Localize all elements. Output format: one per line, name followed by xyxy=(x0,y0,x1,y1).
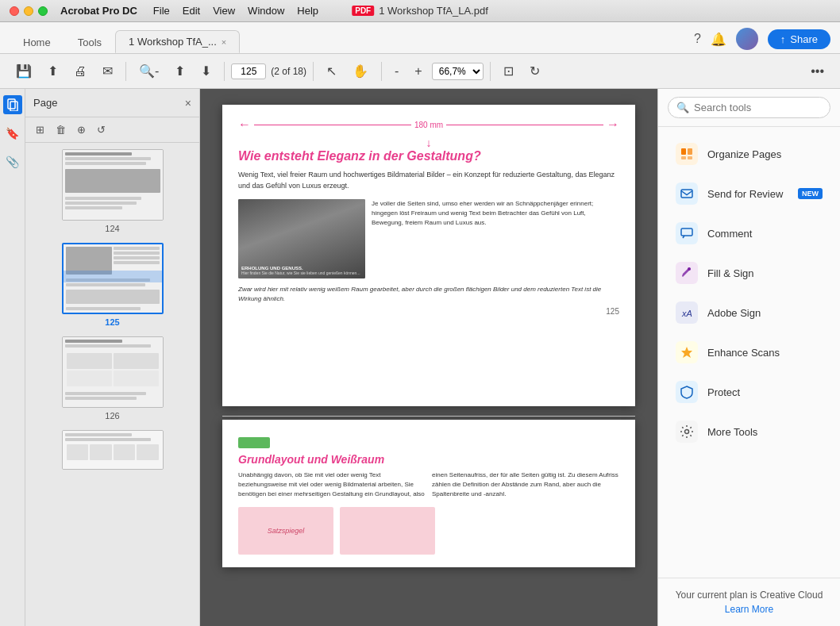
select-tool-button[interactable]: ↖ xyxy=(320,59,343,83)
toolbar-sep-3 xyxy=(313,62,314,81)
page-of-label: (2 of 18) xyxy=(271,66,306,77)
tool-more-tools[interactable]: More Tools xyxy=(665,413,834,451)
tab-home[interactable]: Home xyxy=(10,31,64,53)
attachments-panel-button[interactable]: 📎 xyxy=(3,152,22,171)
search-icon: 🔍 xyxy=(676,102,689,113)
traffic-lights[interactable] xyxy=(10,6,48,16)
doc-section2-title: Grundlayout und Weißraum xyxy=(238,453,619,466)
enhance-scans-icon xyxy=(676,341,698,363)
doc-body-right: einen Seitenaufriss, der für alle Seiten… xyxy=(432,470,619,499)
app-name: Acrobat Pro DC xyxy=(60,5,137,17)
organize-pages-icon xyxy=(676,143,698,165)
menu-help[interactable]: Help xyxy=(297,5,318,17)
share-icon: ↑ xyxy=(780,33,786,45)
save-button[interactable]: 💾 xyxy=(10,59,38,83)
thumb-rotate-button[interactable]: ↺ xyxy=(93,121,110,138)
thumbnail-label-125: 125 xyxy=(105,317,119,327)
page-number-input[interactable] xyxy=(231,63,266,79)
zoom-out-search-button[interactable]: 🔍- xyxy=(133,59,165,83)
thumbnail-item-125[interactable]: 125 xyxy=(32,243,193,327)
zoom-in-button[interactable]: + xyxy=(408,60,428,83)
thumbnail-highlight-125 xyxy=(64,271,162,282)
fit-page-button[interactable]: ⊡ xyxy=(497,59,520,83)
menu-edit[interactable]: Edit xyxy=(183,5,200,17)
pan-tool-button[interactable]: ✋ xyxy=(346,59,375,83)
doc-image-inner: ERHOLUNG UND GENUSS. Hier finden Sie die… xyxy=(238,199,365,278)
tab-bar: Home Tools 1 Workshop TfA_... × ? 🔔 ↑ Sh… xyxy=(0,22,840,54)
minimize-window-button[interactable] xyxy=(24,6,33,16)
right-panel: 🔍 Organize Pages xyxy=(657,89,840,626)
close-window-button[interactable] xyxy=(10,6,19,16)
thumbnail-panel: Page × ⊞ 🗑 ⊕ ↺ xyxy=(25,89,200,626)
tool-organize-pages[interactable]: Organize Pages xyxy=(665,135,834,173)
search-tools-input-wrap: 🔍 xyxy=(668,97,830,118)
svg-rect-2 xyxy=(681,148,686,155)
bookmarks-panel-button[interactable]: 🔖 xyxy=(3,124,22,143)
adobe-sign-icon: xA xyxy=(676,301,698,324)
tool-enhance-scans[interactable]: Enhance Scans xyxy=(665,333,834,371)
thumbnail-panel-close[interactable]: × xyxy=(185,97,191,109)
maximize-window-button[interactable] xyxy=(38,6,48,16)
share-button[interactable]: ↑ Share xyxy=(768,29,830,49)
doc-page-separator xyxy=(222,416,635,417)
thumbnail-img-124 xyxy=(62,149,164,221)
main-area: 🔖 📎 Page × ⊞ 🗑 ⊕ ↺ xyxy=(0,89,840,626)
doc-pink-label: Satzspiegel xyxy=(268,527,305,535)
right-panel-search: 🔍 xyxy=(658,89,840,127)
scroll-down-button[interactable]: ⬇ xyxy=(195,59,218,83)
menu-file[interactable]: File xyxy=(153,5,170,17)
doc-italic-text: Zwar wird hier mit relativ wenig weißem … xyxy=(238,285,619,304)
help-button[interactable]: ? xyxy=(694,32,701,46)
ruler-line-right xyxy=(446,125,603,125)
more-tools-button[interactable]: ••• xyxy=(804,60,830,83)
fill-sign-label: Fill & Sign xyxy=(707,267,823,279)
tool-adobe-sign[interactable]: xA Adobe Sign xyxy=(665,294,834,332)
thumb-delete-button[interactable]: 🗑 xyxy=(52,121,70,138)
doc-pink-box-1: Satzspiegel xyxy=(238,507,333,555)
email-button[interactable]: ✉ xyxy=(96,59,119,83)
notifications-button[interactable]: 🔔 xyxy=(711,32,726,47)
tab-doc[interactable]: 1 Workshop TfA_... × xyxy=(115,30,240,53)
adobe-sign-label: Adobe Sign xyxy=(707,307,823,319)
doc-pink-boxes: Satzspiegel xyxy=(238,507,619,555)
thumbnail-item-next[interactable] xyxy=(32,430,193,473)
ruler-label: 180 mm xyxy=(414,121,443,129)
tool-send-review[interactable]: Send for Review NEW xyxy=(665,175,834,213)
thumbnail-label-126: 126 xyxy=(105,411,119,421)
protect-icon xyxy=(676,381,698,403)
svg-rect-1 xyxy=(10,102,17,111)
ruler-vert-arrow: ↓ xyxy=(238,136,619,149)
thumbnail-item-124[interactable]: 124 xyxy=(32,149,193,233)
thumb-grid-button[interactable]: ⊞ xyxy=(32,121,48,138)
zoom-select[interactable]: 66,7% xyxy=(432,63,484,80)
doc-area[interactable]: ‹ ← 180 mm → ↓ Wie entsteht Eleganz in d… xyxy=(200,89,657,626)
scroll-up-button[interactable]: ⬆ xyxy=(168,59,191,83)
menu-view[interactable]: View xyxy=(213,5,235,17)
tool-protect[interactable]: Protect xyxy=(665,373,834,411)
doc-image: ERHOLUNG UND GENUSS. Hier finden Sie die… xyxy=(238,199,365,278)
zoom-out-button[interactable]: - xyxy=(388,60,405,83)
window-title: PDF 1 Workshop TfA_LA.pdf xyxy=(352,5,488,17)
print-button[interactable]: 🖨 xyxy=(67,60,93,83)
rotate-button[interactable]: ↻ xyxy=(523,59,546,83)
thumbnail-img-125 xyxy=(62,243,164,314)
menu-window[interactable]: Window xyxy=(248,5,284,17)
enhance-scans-label: Enhance Scans xyxy=(707,347,823,359)
upload-button[interactable]: ⬆ xyxy=(41,59,64,83)
tab-close-button[interactable]: × xyxy=(222,37,226,47)
avatar-button[interactable] xyxy=(736,28,758,50)
thumbnail-label-124: 124 xyxy=(105,224,119,233)
thumb-add-button[interactable]: ⊕ xyxy=(73,121,90,138)
send-review-badge: NEW xyxy=(798,188,823,199)
thumbnail-item-126[interactable]: 126 xyxy=(32,336,193,421)
learn-more-link[interactable]: Learn More xyxy=(668,604,830,615)
doc-section1-title: Wie entsteht Eleganz in der Gestaltung? xyxy=(238,149,619,163)
svg-marker-10 xyxy=(681,347,692,358)
toolbar-sep-5 xyxy=(490,62,491,81)
pages-panel-button[interactable] xyxy=(3,95,22,114)
tab-tools[interactable]: Tools xyxy=(64,31,115,53)
left-panel: 🔖 📎 xyxy=(0,89,25,626)
tool-comment[interactable]: Comment xyxy=(665,214,834,252)
search-tools-input[interactable] xyxy=(694,102,827,113)
tool-fill-sign[interactable]: Fill & Sign xyxy=(665,254,834,292)
